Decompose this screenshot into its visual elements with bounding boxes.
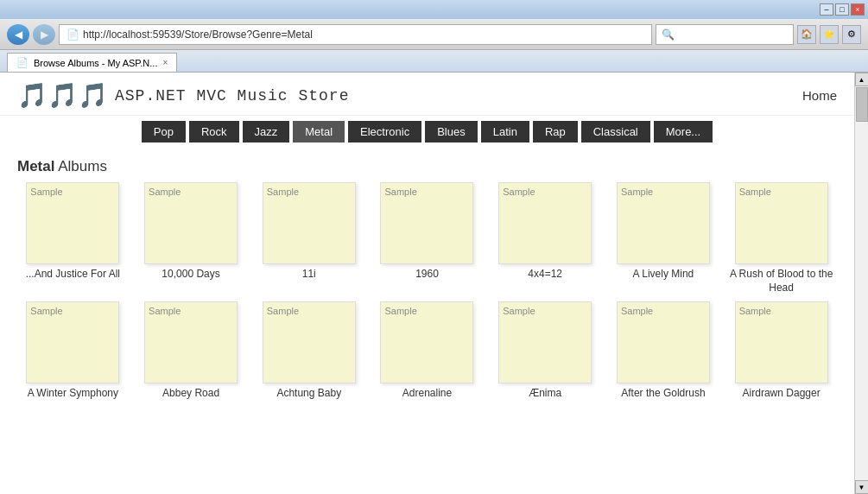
album-thumbnail: Sample [617,301,710,383]
album-thumbnail: Sample [144,301,238,383]
address-bar: ◀ ▶ 📄 http://localhost:59539/Store/Brows… [0,19,868,50]
back-button[interactable]: ◀ [7,24,29,45]
tab-label: Browse Albums - My ASP.N... [34,58,157,68]
genre-btn-pop[interactable]: Pop [142,121,186,142]
album-title: Achtung Baby [276,387,341,401]
sample-label: Sample [739,187,771,197]
sample-label: Sample [384,187,416,197]
page-content: 🎵🎵🎵 ASP.NET MVC Music Store Home PopRock… [0,73,854,494]
search-box[interactable]: 🔍 [656,24,794,45]
album-card[interactable]: Sample4x4=12 [490,182,601,294]
album-card[interactable]: SampleAfter the Goldrush [608,301,719,401]
scroll-track[interactable] [855,86,868,480]
album-thumbnail: Sample [144,182,238,264]
album-card[interactable]: Sample1960 [371,182,483,294]
sample-label: Sample [149,187,181,197]
home-toolbar-icon[interactable]: 🏠 [797,25,816,44]
window-controls: – □ × [820,3,865,16]
sample-label: Sample [149,306,181,316]
genre-btn-latin[interactable]: Latin [481,121,529,142]
sample-label: Sample [503,187,535,197]
album-thumbnail: Sample [617,182,710,264]
logo-area: 🎵🎵🎵 ASP.NET MVC Music Store [17,81,349,110]
album-card[interactable]: Sample...And Justice For All [17,182,129,294]
sample-label: Sample [739,306,771,316]
sample-label: Sample [621,306,653,316]
site-title: ASP.NET MVC Music Store [115,87,349,104]
genre-btn-classical[interactable]: Classical [581,121,650,142]
album-title: 4x4=12 [528,268,562,282]
active-tab[interactable]: 📄 Browse Albums - My ASP.N... × [7,53,177,72]
album-title: 10,000 Days [162,268,219,282]
genre-btn-blues[interactable]: Blues [425,121,478,142]
forward-button[interactable]: ▶ [33,24,55,45]
genre-btn-rock[interactable]: Rock [189,121,239,142]
genre-btn-electronic[interactable]: Electronic [348,121,421,142]
scrollbar[interactable]: ▲ ▼ [854,73,868,494]
url-text: http://localhost:59539/Store/Browse?Genr… [83,28,313,41]
logo-icon: 🎵🎵🎵 [17,81,108,110]
tab-bar: 📄 Browse Albums - My ASP.N... × [0,50,868,73]
album-thumbnail: Sample [263,301,356,383]
album-title: 11i [302,268,316,282]
album-title: After the Goldrush [621,387,705,401]
sample-label: Sample [621,187,653,197]
album-thumbnail: Sample [380,301,473,383]
genre-btn-more...[interactable]: More... [654,121,713,142]
album-title: Airdrawn Dagger [743,387,820,401]
album-card[interactable]: Sample10,000 Days [136,182,247,294]
toolbar-icons: 🏠 ⭐ ⚙ [797,25,861,44]
sample-label: Sample [267,306,299,316]
album-card[interactable]: SampleAbbey Road [136,301,247,401]
genre-btn-metal[interactable]: Metal [293,121,345,142]
album-card[interactable]: SampleAirdrawn Dagger [725,301,837,401]
close-button[interactable]: × [851,3,865,16]
album-title: A Lively Mind [633,268,694,282]
album-grid: Sample...And Justice For AllSample10,000… [0,182,854,418]
page-icon: 📄 [67,28,79,41]
albums-suffix: Albums [54,158,106,174]
genre-btn-rap[interactable]: Rap [533,121,578,142]
scroll-down-button[interactable]: ▼ [855,480,869,494]
album-thumbnail: Sample [498,182,592,264]
restore-button[interactable]: □ [835,3,849,16]
favorites-icon[interactable]: ⭐ [820,25,839,44]
sample-label: Sample [384,306,416,316]
album-title: Ænima [529,387,561,401]
album-title: Adrenaline [402,387,452,401]
minimize-button[interactable]: – [820,3,833,16]
sample-label: Sample [267,187,299,197]
album-thumbnail: Sample [263,182,356,264]
scroll-up-button[interactable]: ▲ [855,73,869,86]
search-icon: 🔍 [662,28,675,41]
settings-icon[interactable]: ⚙ [842,25,861,44]
album-thumbnail: Sample [498,301,592,383]
scroll-thumb[interactable] [856,87,868,122]
genre-nav: PopRockJazzMetalElectronicBluesLatinRapC… [0,116,854,148]
album-thumbnail: Sample [380,182,473,264]
tab-icon: 📄 [16,57,29,68]
url-box[interactable]: 📄 http://localhost:59539/Store/Browse?Ge… [59,24,652,45]
tab-close-button[interactable]: × [162,58,168,67]
home-link[interactable]: Home [802,88,837,103]
page-heading: Metal Albums [0,148,854,182]
site-header: 🎵🎵🎵 ASP.NET MVC Music Store Home [0,73,854,116]
genre-btn-jazz[interactable]: Jazz [243,121,290,142]
content-wrapper: 🎵🎵🎵 ASP.NET MVC Music Store Home PopRock… [0,73,868,494]
sample-label: Sample [30,306,62,316]
album-thumbnail: Sample [735,301,828,383]
album-card[interactable]: SampleA Lively Mind [608,182,719,294]
album-title: A Rush of Blood to the Head [725,268,837,294]
album-card[interactable]: SampleAchtung Baby [253,301,364,401]
album-card[interactable]: SampleA Winter Symphony [17,301,129,401]
album-title: 1960 [415,268,439,282]
album-thumbnail: Sample [26,301,119,383]
album-card[interactable]: Sample11i [253,182,364,294]
album-card[interactable]: SampleAdrenaline [371,301,483,401]
album-card[interactable]: SampleÆnima [490,301,601,401]
album-title: A Winter Symphony [28,387,118,401]
album-thumbnail: Sample [26,182,119,264]
album-thumbnail: Sample [735,182,828,264]
album-card[interactable]: SampleA Rush of Blood to the Head [725,182,837,294]
genre-name: Metal [17,158,54,174]
